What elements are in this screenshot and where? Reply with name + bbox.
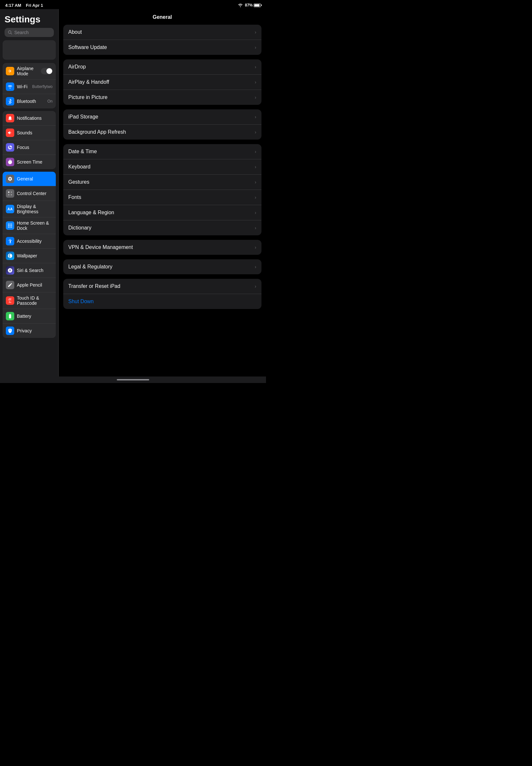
ipad-storage-label: iPad Storage <box>68 114 99 120</box>
settings-group-alerts: Notifications Sounds Focus Screen Time <box>3 111 56 169</box>
right-item-legal[interactable]: Legal & Regulatory › <box>63 259 262 274</box>
sidebar-title: Settings <box>5 14 54 25</box>
sidebar-item-general[interactable]: General <box>3 172 56 186</box>
sidebar-item-apple-pencil[interactable]: Apple Pencil <box>3 278 56 292</box>
status-time: 4:17 AM <box>5 3 21 8</box>
sidebar-item-notifications[interactable]: Notifications <box>3 111 56 126</box>
battery-percentage: 87% <box>245 3 253 7</box>
home-screen-label: Home Screen & Dock <box>17 220 53 231</box>
notifications-label: Notifications <box>17 115 53 121</box>
status-time-date: 4:17 AM Fri Apr 1 <box>5 3 43 8</box>
language-region-label: Language & Region <box>68 210 114 215</box>
svg-rect-12 <box>8 226 9 227</box>
home-screen-icon <box>6 221 14 230</box>
general-label: General <box>17 176 53 181</box>
right-item-software-update[interactable]: Software Update › <box>63 40 262 55</box>
about-label: About <box>68 29 82 35</box>
status-icons: 87% <box>238 3 261 7</box>
right-item-airdrop[interactable]: AirDrop › <box>63 59 262 75</box>
control-center-label: Control Center <box>17 191 53 196</box>
fonts-label: Fonts <box>68 194 81 200</box>
sidebar-item-screen-time[interactable]: Screen Time <box>3 155 56 169</box>
display-label: Display & Brightness <box>17 204 53 214</box>
svg-rect-8 <box>11 224 12 225</box>
sidebar-item-sounds[interactable]: Sounds <box>3 126 56 140</box>
airplay-handoff-chevron: › <box>255 79 256 85</box>
sidebar-item-wallpaper[interactable]: Wallpaper <box>3 249 56 263</box>
wallpaper-label: Wallpaper <box>17 253 53 258</box>
shutdown-label: Shut Down <box>68 298 94 304</box>
keyboard-chevron: › <box>255 164 256 169</box>
svg-rect-11 <box>11 225 12 226</box>
general-icon <box>6 175 14 183</box>
right-item-keyboard[interactable]: Keyboard › <box>63 159 262 175</box>
dictionary-label: Dictionary <box>68 225 91 231</box>
battery-settings-label: Battery <box>17 313 53 319</box>
sidebar-item-control-center[interactable]: Control Center <box>3 186 56 201</box>
sidebar-item-accessibility[interactable]: Accessibility <box>3 234 56 249</box>
sidebar-item-home-screen[interactable]: Home Screen & Dock <box>3 217 56 234</box>
gestures-label: Gestures <box>68 179 90 185</box>
screen-time-label: Screen Time <box>17 159 53 164</box>
search-bar[interactable]: Search <box>5 28 54 37</box>
wifi-settings-icon <box>6 82 14 91</box>
right-item-language-region[interactable]: Language & Region › <box>63 205 262 220</box>
right-group-locale: Date & Time › Keyboard › Gestures › Font… <box>63 144 262 235</box>
right-group-vpn: VPN & Device Management › <box>63 240 262 255</box>
right-group-legal: Legal & Regulatory › <box>63 259 262 274</box>
right-group-reset: Transfer or Reset iPad › Shut Down <box>63 279 262 309</box>
right-item-dictionary[interactable]: Dictionary › <box>63 220 262 235</box>
settings-group-connectivity: ✈ Airplane Mode Wi-Fi Butterflytwo <box>3 63 56 108</box>
wifi-value: Butterflytwo <box>32 84 53 89</box>
keyboard-label: Keyboard <box>68 164 91 170</box>
right-item-vpn[interactable]: VPN & Device Management › <box>63 240 262 255</box>
transfer-reset-chevron: › <box>255 284 256 289</box>
right-item-about[interactable]: About › <box>63 25 262 40</box>
airplane-mode-toggle[interactable] <box>41 68 53 74</box>
sounds-icon <box>6 128 14 137</box>
sidebar-item-battery[interactable]: Battery <box>3 309 56 323</box>
focus-label: Focus <box>17 145 53 150</box>
svg-rect-14 <box>11 226 12 227</box>
right-item-ipad-storage[interactable]: iPad Storage › <box>63 109 262 125</box>
sidebar-item-siri[interactable]: Siri & Search <box>3 263 56 278</box>
sidebar-item-focus[interactable]: Focus <box>3 140 56 155</box>
airplay-handoff-label: AirPlay & Handoff <box>68 79 109 85</box>
sidebar-item-bluetooth[interactable]: Bluetooth On <box>3 94 56 108</box>
pip-chevron: › <box>255 95 256 100</box>
right-item-shutdown[interactable]: Shut Down <box>63 294 262 309</box>
siri-label: Siri & Search <box>17 268 53 273</box>
right-group-storage: iPad Storage › Background App Refresh › <box>63 109 262 140</box>
legal-label: Legal & Regulatory <box>68 264 113 270</box>
sidebar-item-wifi[interactable]: Wi-Fi Butterflytwo <box>3 79 56 94</box>
bluetooth-icon <box>6 97 14 105</box>
right-item-transfer-reset[interactable]: Transfer or Reset iPad › <box>63 279 262 294</box>
accessibility-icon <box>6 237 14 245</box>
right-item-gestures[interactable]: Gestures › <box>63 175 262 190</box>
legal-chevron: › <box>255 264 256 269</box>
battery-icon <box>254 4 261 7</box>
screen-time-icon <box>6 158 14 166</box>
touch-id-icon <box>6 296 14 305</box>
right-item-fonts[interactable]: Fonts › <box>63 190 262 205</box>
sidebar-item-touch-id[interactable]: Touch ID & Passcode <box>3 292 56 309</box>
sidebar-item-privacy[interactable]: Privacy <box>3 323 56 338</box>
about-chevron: › <box>255 30 256 35</box>
airplane-mode-label: Airplane Mode <box>17 66 38 76</box>
sidebar-item-airplane-mode[interactable]: ✈ Airplane Mode <box>3 63 56 79</box>
profile-area[interactable] <box>3 40 56 60</box>
svg-rect-13 <box>10 226 11 227</box>
right-item-background-refresh[interactable]: Background App Refresh › <box>63 125 262 140</box>
privacy-label: Privacy <box>17 328 53 333</box>
right-item-pip[interactable]: Picture in Picture › <box>63 90 262 105</box>
software-update-chevron: › <box>255 45 256 50</box>
wifi-icon <box>238 3 243 7</box>
sidebar-item-display[interactable]: AA Display & Brightness <box>3 201 56 217</box>
right-item-date-time[interactable]: Date & Time › <box>63 144 262 159</box>
accessibility-label: Accessibility <box>17 238 53 244</box>
right-item-airplay-handoff[interactable]: AirPlay & Handoff › <box>63 75 262 90</box>
date-time-chevron: › <box>255 149 256 154</box>
privacy-icon <box>6 326 14 335</box>
vpn-label: VPN & Device Management <box>68 244 133 250</box>
notifications-icon <box>6 114 14 122</box>
